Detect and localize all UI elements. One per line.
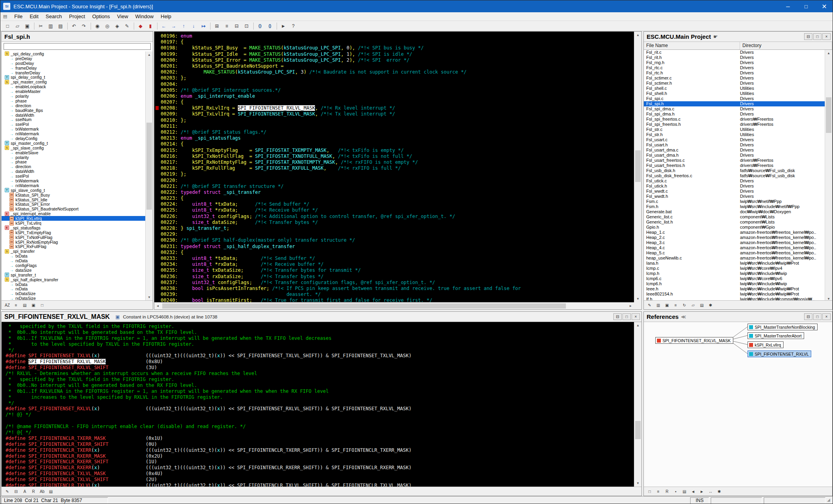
menu-file[interactable]: File (11, 12, 26, 21)
prev-icon[interactable]: ◄ (689, 488, 697, 495)
dock-icon[interactable]: ⊟ (613, 313, 622, 320)
save-icon[interactable]: ▣ (23, 22, 32, 30)
editor-horizontal-scrollbar[interactable]: ◄ ► (154, 302, 634, 309)
file-row[interactable]: Fsm.hlwip₩src₩include₩netif₩Ppp (644, 204, 825, 209)
symbol-item[interactable]: →rxWatermark (2, 131, 146, 136)
symbol-item[interactable]: →delayConfig (2, 136, 146, 141)
symbol-item[interactable]: →configFlags (2, 263, 146, 268)
reference-node[interactable]: SPI_FIFOINTENSET_RXLVL (748, 351, 811, 357)
symbol-item[interactable]: →txData (2, 254, 146, 258)
file-row[interactable]: heap_useNewlib.camazon-freertos₩freertos… (644, 256, 825, 261)
scroll-down-icon[interactable]: ▼ (634, 480, 641, 487)
file-icon[interactable]: □ (645, 488, 654, 495)
file-row[interactable]: Ieee802154.hlwip₩src₩include₩lwip₩Prot (644, 292, 825, 297)
search-project-icon[interactable]: ◈ (112, 22, 122, 30)
copy-icon[interactable]: ▥ (46, 22, 55, 30)
symbol-item[interactable]: Tspi_slave_config_t (2, 188, 146, 193)
symbol-item[interactable]: →rxWatermark (2, 183, 146, 188)
symbol-item[interactable]: →rxData (2, 258, 146, 263)
file-row[interactable]: Heap_1.camazon-freertos₩freertos_kernel₩… (644, 230, 825, 235)
file-row[interactable]: Icmp.hlwip₩src₩include₩lwip (644, 271, 825, 276)
reference-node[interactable]: SPI_MasterTransferAbort (748, 332, 804, 339)
scroll-up-icon[interactable]: ▲ (634, 322, 641, 329)
undo-icon[interactable]: ↶ (69, 22, 79, 30)
scroll-left-icon[interactable]: ◄ (154, 303, 161, 309)
symbol-item[interactable]: →dataWidth (2, 169, 146, 174)
cut-icon[interactable]: ✂ (36, 22, 46, 30)
symbol-item[interactable]: →txDataSize (2, 291, 146, 296)
menu-project[interactable]: Project (66, 12, 89, 21)
context-code-area[interactable]: * specified by the TXLVL field in the FI… (2, 322, 634, 487)
symbol-item[interactable]: HkStatus_SPI_Busy (2, 193, 146, 197)
group-view-icon[interactable]: ▤ (21, 301, 29, 309)
symbol-item[interactable]: →polarity (2, 155, 146, 160)
scroll-right-icon[interactable]: ► (627, 303, 634, 309)
column-directory[interactable]: Directory (740, 42, 832, 49)
symbol-item[interactable]: →enableMaster (2, 89, 146, 94)
menu-view[interactable]: View (114, 12, 132, 21)
project-scrollbar[interactable]: ▲ ▼ (825, 50, 832, 302)
relation-window-icon[interactable]: ⊡ (242, 22, 251, 30)
symbol-item[interactable]: →postDelay (2, 61, 146, 66)
relation-icon[interactable]: R (29, 488, 38, 495)
symbol-item[interactable]: HkStatus_SPI_BaudrateNotSupport (2, 207, 146, 211)
restore-icon[interactable]: □ (622, 313, 631, 320)
sort-icon[interactable]: A (21, 488, 29, 495)
fit-icon[interactable]: ↔ (706, 488, 715, 495)
symbol-item[interactable]: →txData (2, 282, 146, 287)
symbol-item[interactable]: E_spi_interrupt_enable (2, 211, 146, 216)
symbol-item[interactable]: Tspi_master_config_t (2, 141, 146, 146)
symbol-item[interactable]: HkStatus_SPI_Idle (2, 197, 146, 202)
file-row[interactable]: Fsl_rit.cDrivers (644, 50, 825, 55)
symbol-window-icon[interactable]: ≡ (222, 22, 231, 30)
symbol-item[interactable]: Tspi_delay_config_t (2, 75, 146, 80)
symbol-item[interactable]: →phase (2, 159, 146, 164)
file-row[interactable]: Fsl_usart.hDrivers (644, 142, 825, 148)
file-row[interactable]: Fsl_shell.cUtilities (644, 86, 825, 91)
scroll-down-icon[interactable]: ▼ (146, 294, 153, 301)
symbol-item[interactable]: →sselNum (2, 117, 146, 122)
file-row[interactable]: Ieee.hlwip₩src₩include₩lwip₩Prot (644, 286, 825, 292)
next-icon[interactable]: ► (698, 488, 706, 495)
file-row[interactable]: Fsl_wwdt.cDrivers (644, 189, 825, 194)
symbol-item[interactable]: HkSPI_TxEmptyFlag (2, 230, 146, 235)
open-file-icon[interactable]: ▱ (13, 22, 22, 30)
file-row[interactable]: Fsl_utick.cDrivers (644, 178, 825, 184)
symbol-item[interactable]: →direction (2, 164, 146, 169)
menu-options[interactable]: Options (89, 12, 114, 21)
reference-node[interactable]: kSPI_RxLvlIrq (748, 341, 784, 348)
file-row[interactable]: Heap_3.camazon-freertos₩freertos_kernel₩… (644, 240, 825, 245)
menu-window[interactable]: Window (132, 12, 157, 21)
scroll-thumb[interactable] (635, 421, 641, 439)
editor-vertical-scrollbar[interactable]: ▲ ▼ (634, 32, 641, 302)
page-icon[interactable]: □ (38, 301, 46, 309)
symbol-item[interactable]: →enableLoopback (2, 84, 146, 89)
print-icon[interactable]: ▤ (680, 488, 689, 495)
scroll-thumb[interactable] (146, 123, 152, 210)
file-row[interactable]: Fsl_rtc.cDrivers (644, 65, 825, 70)
file-row[interactable]: Generic_list.hcomponent₩Lists (644, 220, 825, 225)
book-icon[interactable]: ▣ (29, 301, 38, 309)
refresh-icon[interactable]: ↻ (680, 301, 689, 309)
file-row[interactable]: Fsl_wwdt.hDrivers (644, 194, 825, 199)
symbol-item[interactable]: HkSPI_RxLvlIrq (2, 216, 146, 221)
file-row[interactable]: Fsl_spi_dma.hDrivers (644, 112, 825, 117)
file-row[interactable]: Fsl_spi_dma.cDrivers (644, 106, 825, 112)
file-row[interactable]: Heap_4.camazon-freertos₩freertos_kernel₩… (644, 245, 825, 250)
rename-icon[interactable]: Ab (38, 488, 46, 495)
brace-group-icon[interactable]: {} (255, 22, 265, 30)
symbol-item[interactable]: HkStatus_SPI_Error (2, 202, 146, 207)
pointer-mode-icon[interactable]: ► (279, 22, 288, 30)
file-row[interactable]: Fsl_rtc.hDrivers (644, 70, 825, 76)
symbol-item[interactable]: →enableSlave (2, 150, 146, 155)
file-row[interactable]: Fsl_usart_dma.cDrivers (644, 148, 825, 153)
symbol-item[interactable]: →txWatermark (2, 127, 146, 131)
file-row[interactable]: Fsl_utick.hDrivers (644, 184, 825, 189)
file-row[interactable]: Fsl_sctimer.hDrivers (644, 81, 825, 86)
file-row[interactable]: Fsl_shell.hUtilities (644, 91, 825, 96)
print-icon[interactable]: ▤ (698, 301, 706, 309)
scroll-down-icon[interactable]: ▼ (634, 296, 641, 302)
list-view-icon[interactable]: ≡ (654, 488, 662, 495)
file-row[interactable]: Fsl_usart_freertos.cdrivers₩Freertos (644, 158, 825, 163)
file-row[interactable]: Icmp6.clwip₩src₩core₩Ipv6 (644, 276, 825, 281)
